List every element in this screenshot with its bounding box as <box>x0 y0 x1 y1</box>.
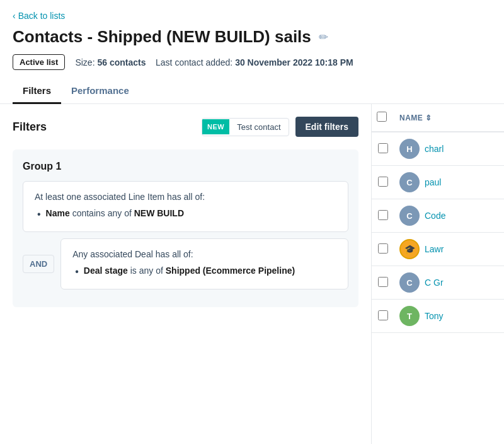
tab-performance[interactable]: Performance <box>61 79 139 104</box>
row-name-cell: 🎓Lawr <box>394 233 504 266</box>
filter-operator-is-any: is any of <box>130 266 166 276</box>
back-to-lists-link[interactable]: ‹ Back to lists <box>13 11 65 21</box>
row-checkbox-cell <box>372 266 394 300</box>
table-row: Cpaul <box>372 166 504 199</box>
contact-name[interactable]: C Gr <box>425 278 444 288</box>
and-label-wrap: AND <box>23 238 54 289</box>
size-value: 56 contacts <box>97 57 146 67</box>
sort-icon[interactable]: ⇕ <box>425 114 432 122</box>
col-name-label: NAME <box>399 114 423 122</box>
contact-name[interactable]: Code <box>425 211 445 221</box>
filters-panel-title: Filters <box>13 120 47 134</box>
row-checkbox-cell <box>372 199 394 233</box>
page-title: Contacts - Shipped (NEW BUILD) sails <box>13 27 311 47</box>
filter-block-line-item: At least one associated Line Item has al… <box>23 181 348 232</box>
table-row: 🎓Lawr <box>372 233 504 266</box>
tabs-row: Filters Performance <box>13 79 491 103</box>
row-checkbox[interactable] <box>378 277 388 287</box>
filter-item-deal-stage: Deal stage is any of Shipped (Ecommerce … <box>72 266 336 279</box>
contacts-panel: NAME ⇕ HcharlCpaulCCode🎓LawrCC GrTTony <box>372 104 504 444</box>
and-connector: AND Any associated Deal has all of: Deal… <box>23 238 348 289</box>
filter-key-name: Name <box>46 208 70 218</box>
name-cell-content: CC Gr <box>399 272 499 293</box>
contact-name[interactable]: Lawr <box>425 244 444 254</box>
row-checkbox[interactable] <box>378 143 388 153</box>
last-added-value: 30 November 2022 10:18 PM <box>235 57 353 67</box>
test-contact-label: Test contact <box>229 119 288 136</box>
row-checkbox-cell <box>372 300 394 333</box>
new-badge: NEW <box>202 119 229 134</box>
contact-name[interactable]: Tony <box>425 311 444 321</box>
filter-key-deal-stage: Deal stage <box>84 266 128 276</box>
test-contact-button[interactable]: NEW Test contact <box>202 118 289 136</box>
avatar: T <box>399 306 420 326</box>
table-row: Hcharl <box>372 132 504 166</box>
avatar: H <box>399 139 420 159</box>
row-name-cell: Cpaul <box>394 166 504 199</box>
row-checkbox[interactable] <box>378 210 388 220</box>
row-name-cell: Hcharl <box>394 132 504 166</box>
name-cell-content: 🎓Lawr <box>399 239 499 259</box>
title-row: Contacts - Shipped (NEW BUILD) sails ✏ <box>13 27 491 47</box>
tab-filters[interactable]: Filters <box>13 79 61 104</box>
filters-actions: NEW Test contact Edit filters <box>202 117 358 137</box>
body-layout: Filters NEW Test contact Edit filters Gr… <box>0 104 504 444</box>
select-all-checkbox[interactable] <box>377 112 387 122</box>
row-name-cell: TTony <box>394 300 504 333</box>
row-name-cell: CCode <box>394 199 504 233</box>
avatar: 🎓 <box>399 239 420 259</box>
size-label: Size: <box>75 57 94 67</box>
table-row: CCode <box>372 199 504 233</box>
name-cell-content: Cpaul <box>399 172 499 192</box>
header: ‹ Back to lists Contacts - Shipped (NEW … <box>0 0 504 104</box>
active-list-badge: Active list <box>13 54 65 70</box>
filter-block-1-title: At least one associated Line Item has al… <box>35 192 336 202</box>
group-title: Group 1 <box>23 161 348 172</box>
name-cell-content: TTony <box>399 306 499 326</box>
filter-group-1: Group 1 At least one associated Line Ite… <box>13 149 358 307</box>
th-name: NAME ⇕ <box>394 104 504 132</box>
row-checkbox[interactable] <box>378 177 388 187</box>
name-cell-content: Hcharl <box>399 139 499 159</box>
row-checkbox[interactable] <box>378 243 388 254</box>
th-checkbox <box>372 104 394 132</box>
back-chevron: ‹ <box>13 11 16 21</box>
row-checkbox-cell <box>372 132 394 166</box>
row-checkbox[interactable] <box>378 310 388 320</box>
and-label: AND <box>23 255 54 273</box>
contact-name[interactable]: paul <box>425 177 441 187</box>
last-added-label: Last contact added: <box>156 57 232 67</box>
meta-row: Active list Size: 56 contacts Last conta… <box>13 54 491 70</box>
contacts-tbody: HcharlCpaulCCode🎓LawrCC GrTTony <box>372 132 504 333</box>
page-wrapper: ‹ Back to lists Contacts - Shipped (NEW … <box>0 0 504 444</box>
row-checkbox-cell <box>372 166 394 199</box>
table-row: CC Gr <box>372 266 504 300</box>
avatar: C <box>399 206 420 226</box>
row-name-cell: CC Gr <box>394 266 504 300</box>
filter-operator-contains: contains any of <box>72 208 134 218</box>
filter-value-shipped: Shipped (Ecommerce Pipeline) <box>166 266 295 276</box>
filter-value-new-build: NEW BUILD <box>134 208 184 218</box>
table-header-row: NAME ⇕ <box>372 104 504 132</box>
back-link-label: Back to lists <box>18 11 66 21</box>
name-cell-content: CCode <box>399 206 499 226</box>
edit-title-icon[interactable]: ✏ <box>319 30 328 44</box>
filters-panel: Filters NEW Test contact Edit filters Gr… <box>0 104 372 444</box>
filter-item-name: Name contains any of NEW BUILD <box>35 208 336 221</box>
filter-block-deal: Any associated Deal has all of: Deal sta… <box>60 238 348 289</box>
contact-name[interactable]: charl <box>425 144 444 154</box>
avatar: C <box>399 172 420 192</box>
list-size-meta: Size: 56 contacts Last contact added: 30… <box>75 57 353 67</box>
filter-block-2-title: Any associated Deal has all of: <box>72 249 336 259</box>
avatar: C <box>399 272 420 293</box>
contacts-table: NAME ⇕ HcharlCpaulCCode🎓LawrCC GrTTony <box>372 104 504 333</box>
edit-filters-button[interactable]: Edit filters <box>295 117 358 137</box>
table-row: TTony <box>372 300 504 333</box>
filters-header: Filters NEW Test contact Edit filters <box>13 117 358 137</box>
row-checkbox-cell <box>372 233 394 266</box>
